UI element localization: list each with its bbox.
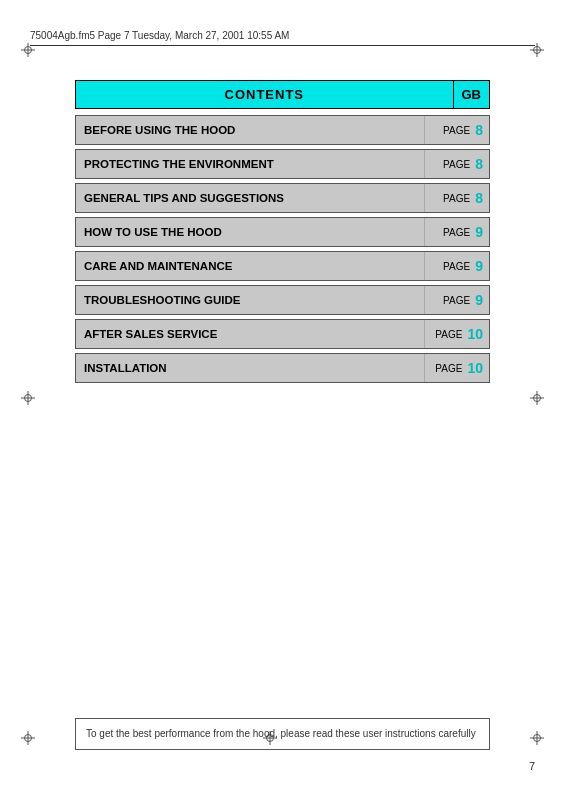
- toc-row-3: GENERAL TIPS AND SUGGESTIONS PAGE 8: [75, 183, 490, 213]
- toc-page-5: PAGE 9: [424, 252, 489, 280]
- toc-label-3: GENERAL TIPS AND SUGGESTIONS: [76, 184, 424, 212]
- header-bar: 75004Agb.fm5 Page 7 Tuesday, March 27, 2…: [30, 30, 535, 46]
- toc-label-5: CARE AND MAINTENANCE: [76, 252, 424, 280]
- toc-page-8: PAGE 10: [424, 354, 489, 382]
- toc-page-1: PAGE 8: [424, 116, 489, 144]
- toc-page-6: PAGE 9: [424, 286, 489, 314]
- reg-mark-mid-right: [529, 390, 545, 406]
- footer-text: To get the best performance from the hoo…: [86, 728, 476, 739]
- contents-title: CONTENTS: [75, 80, 453, 109]
- page-number: 7: [529, 760, 535, 772]
- toc-row-4: HOW TO USE THE HOOD PAGE 9: [75, 217, 490, 247]
- contents-header: CONTENTS GB: [75, 80, 490, 109]
- toc-label-7: AFTER SALES SERVICE: [76, 320, 424, 348]
- toc-row-1: BEFORE USING THE HOOD PAGE 8: [75, 115, 490, 145]
- toc-label-4: HOW TO USE THE HOOD: [76, 218, 424, 246]
- toc-label-1: BEFORE USING THE HOOD: [76, 116, 424, 144]
- reg-mark-bot-right: [529, 730, 545, 746]
- contents-gb: GB: [453, 80, 491, 109]
- toc-row-2: PROTECTING THE ENVIRONMENT PAGE 8: [75, 149, 490, 179]
- reg-mark-top-left: [20, 42, 36, 58]
- toc-label-8: INSTALLATION: [76, 354, 424, 382]
- toc-page-2: PAGE 8: [424, 150, 489, 178]
- reg-mark-bot-left: [20, 730, 36, 746]
- reg-mark-mid-left: [20, 390, 36, 406]
- toc-row-8: INSTALLATION PAGE 10: [75, 353, 490, 383]
- page-container: 75004Agb.fm5 Page 7 Tuesday, March 27, 2…: [0, 0, 565, 800]
- reg-mark-top-right: [529, 42, 545, 58]
- header-filename: 75004Agb.fm5 Page 7 Tuesday, March 27, 2…: [30, 30, 289, 41]
- toc-row-7: AFTER SALES SERVICE PAGE 10: [75, 319, 490, 349]
- toc-row-6: TROUBLESHOOTING GUIDE PAGE 9: [75, 285, 490, 315]
- toc-row-5: CARE AND MAINTENANCE PAGE 9: [75, 251, 490, 281]
- toc-label-6: TROUBLESHOOTING GUIDE: [76, 286, 424, 314]
- toc-page-4: PAGE 9: [424, 218, 489, 246]
- footer-box: To get the best performance from the hoo…: [75, 718, 490, 750]
- toc-page-3: PAGE 8: [424, 184, 489, 212]
- toc-table: BEFORE USING THE HOOD PAGE 8 PROTECTING …: [75, 115, 490, 383]
- content-area: CONTENTS GB BEFORE USING THE HOOD PAGE 8…: [75, 80, 490, 387]
- toc-page-7: PAGE 10: [424, 320, 489, 348]
- toc-label-2: PROTECTING THE ENVIRONMENT: [76, 150, 424, 178]
